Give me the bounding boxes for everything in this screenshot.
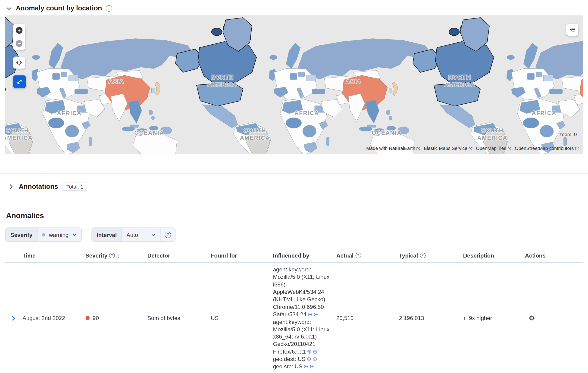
legend-toggle-button[interactable] <box>566 24 578 36</box>
severity-critical-dot <box>85 316 90 320</box>
filter-for-icon[interactable]: ⊕ <box>304 363 308 370</box>
cell-actions: ⚙ <box>525 311 583 325</box>
annotations-expand-chevron-icon[interactable] <box>8 184 14 190</box>
interval-filter-group: Interval Auto ? <box>91 228 176 242</box>
expand-map-button[interactable] <box>13 75 26 88</box>
map-panel-title: Anomaly count by location <box>16 4 102 12</box>
map-panel-header: Anomaly count by location i <box>0 0 588 15</box>
gear-icon[interactable]: ⚙ <box>529 314 535 322</box>
severity-filter-group: Severity warning <box>5 228 82 242</box>
world-map-svg: ASIA NORTH AMERICA AFRICA SOUTH AMERICA … <box>5 15 583 154</box>
column-header-detector[interactable]: Detector <box>147 250 211 263</box>
zoom-level-indicator: zoom: 0 <box>559 132 577 137</box>
influencer-item: agent.keyword: Mozilla/5.0 (X11; Linux i… <box>273 266 331 318</box>
attribution-link[interactable]: , Elastic Maps Service <box>421 146 473 151</box>
cell-detector: Sum of bytes <box>147 312 211 324</box>
question-icon: ? <box>420 253 425 258</box>
table-row: August 2nd 2022 90 Sum of bytes US agent… <box>5 263 583 373</box>
sort-desc-icon: ↓ <box>117 252 119 259</box>
annotations-header: Annotations Total: 1 <box>0 174 588 200</box>
attribution-link[interactable]: , OpenStreetMap contributors <box>512 146 579 151</box>
severity-filter-value: warning <box>49 231 69 238</box>
filter-out-icon[interactable]: ⊖ <box>309 363 314 370</box>
attribution-link[interactable]: , OpenMapTiles <box>473 146 512 151</box>
column-header-description[interactable]: Description <box>463 250 525 263</box>
cell-actual: 20,510 <box>336 312 399 324</box>
legend-icon <box>569 26 576 33</box>
influencer-item: geo.src: US⊕⊖ <box>273 363 331 370</box>
interval-value: Auto <box>126 231 138 238</box>
filter-out-icon[interactable]: ⊖ <box>314 311 318 318</box>
map-panel-collapse-chevron-icon[interactable] <box>6 5 12 11</box>
annotations-total-badge: Total: 1 <box>63 183 87 191</box>
attribution-text: , OpenMapTiles <box>473 146 506 151</box>
map-attribution: Made with NaturalEarth , Elastic Maps Se… <box>366 146 579 151</box>
anomaly-choropleth-map[interactable]: ASIA NORTH AMERICA AFRICA SOUTH AMERICA … <box>5 15 583 154</box>
filter-out-icon[interactable]: ⊖ <box>313 356 317 362</box>
page: Anomaly count by location i <box>0 0 588 373</box>
plus-icon: + <box>16 27 22 33</box>
interval-select[interactable]: Auto <box>122 228 160 241</box>
severity-dot <box>42 233 46 237</box>
expander-column-header <box>5 250 23 263</box>
expand-icon <box>16 79 22 85</box>
row-expand-chevron-icon[interactable] <box>5 263 23 373</box>
question-icon: ? <box>165 231 171 238</box>
zoom-controls: + − <box>13 24 25 50</box>
interval-filter-label: Interval <box>92 228 122 241</box>
crosshair-icon <box>16 59 22 66</box>
attribution-text: Made with NaturalEarth <box>366 146 415 151</box>
question-icon: ? <box>109 253 115 258</box>
table-header-row: Time Severity ? ↓ Detector Found for Inf… <box>5 250 583 263</box>
column-header-found-for[interactable]: Found for <box>211 250 273 263</box>
external-link-icon <box>417 146 421 151</box>
column-header-severity[interactable]: Severity ? ↓ <box>85 250 147 263</box>
filter-out-icon[interactable]: ⊖ <box>313 348 317 355</box>
column-header-influenced-by[interactable]: Influenced by <box>273 250 336 263</box>
arrow-up-icon: ↑ <box>463 315 466 321</box>
info-icon[interactable]: i <box>106 5 112 12</box>
anomalies-table: Time Severity ? ↓ Detector Found for Inf… <box>5 250 583 373</box>
anomalies-filters: Severity warning Interval Auto ? <box>5 228 588 242</box>
external-link-icon <box>469 146 473 151</box>
filter-for-icon[interactable]: ⊕ <box>307 348 312 355</box>
anomalies-title: Anomalies <box>6 211 588 220</box>
attribution-text: , OpenStreetMap contributors <box>512 146 574 151</box>
attribution-text: , Elastic Maps Service <box>421 146 467 151</box>
external-link-icon <box>575 146 579 151</box>
question-icon: ? <box>355 253 361 258</box>
chevron-down-icon <box>151 232 156 237</box>
minus-icon: − <box>16 40 22 47</box>
crosshair-button[interactable] <box>13 57 25 69</box>
cell-found-for: US <box>211 312 273 324</box>
zoom-out-button[interactable]: − <box>13 37 25 50</box>
interval-help-button[interactable]: ? <box>160 228 175 241</box>
column-header-actual[interactable]: Actual ? <box>336 250 399 263</box>
column-header-actions: Actions <box>525 250 583 263</box>
cell-description: ↑ 9x higher <box>463 312 525 324</box>
cell-severity: 90 <box>85 312 147 324</box>
cell-typical: 2,196.013 <box>399 312 463 324</box>
divider <box>0 160 588 160</box>
column-header-typical[interactable]: Typical ? <box>399 250 463 263</box>
influencer-item: geo.dest: US⊕⊖ <box>273 355 331 363</box>
cell-influenced-by: agent.keyword: Mozilla/5.0 (X11; Linux i… <box>273 263 335 373</box>
filter-for-icon[interactable]: ⊕ <box>308 311 312 318</box>
divider <box>0 200 588 200</box>
column-header-time[interactable]: Time <box>22 250 85 263</box>
severity-filter-label: Severity <box>6 228 38 241</box>
external-link-icon <box>507 146 512 151</box>
annotations-title: Annotations <box>19 183 58 191</box>
fit-to-data-control <box>13 57 25 69</box>
attribution-link[interactable]: Made with NaturalEarth <box>366 146 420 151</box>
cell-time: August 2nd 2022 <box>22 312 85 324</box>
severity-filter-select[interactable]: warning <box>38 228 82 241</box>
chevron-down-icon <box>72 232 77 237</box>
zoom-in-button[interactable]: + <box>13 24 25 37</box>
filter-for-icon[interactable]: ⊕ <box>307 356 311 362</box>
influencer-item: agent.keyword: Mozilla/5.0 (X11; Linux x… <box>273 318 331 355</box>
